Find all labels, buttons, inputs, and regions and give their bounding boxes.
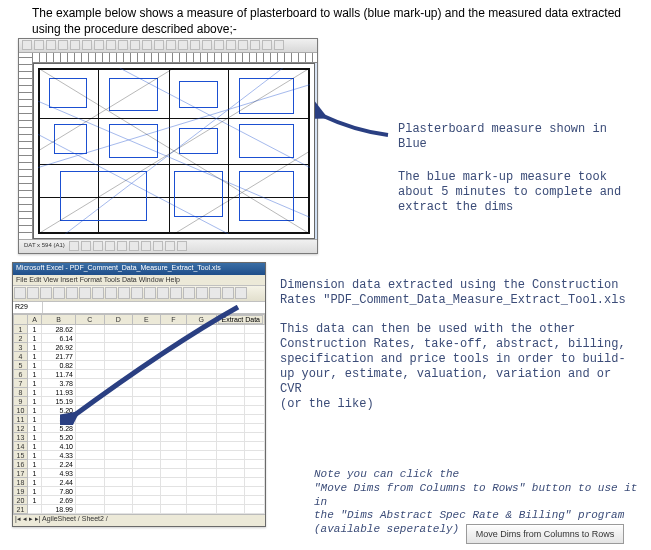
cell[interactable] — [104, 505, 133, 514]
cell[interactable] — [216, 460, 245, 469]
cell[interactable] — [160, 469, 186, 478]
row-header[interactable]: 12 — [14, 424, 28, 433]
cell[interactable] — [104, 442, 133, 451]
cad-tool-button[interactable] — [190, 40, 200, 50]
cell[interactable]: 1 — [28, 496, 42, 505]
cell[interactable]: 1 — [28, 325, 42, 334]
row-header[interactable]: 6 — [14, 370, 28, 379]
cell[interactable]: 5.20 — [42, 433, 76, 442]
cell[interactable]: 1 — [28, 361, 42, 370]
cell[interactable]: 1 — [28, 424, 42, 433]
excel-tool-button[interactable] — [14, 287, 26, 299]
cell[interactable] — [104, 433, 133, 442]
cell[interactable]: 1 — [28, 478, 42, 487]
excel-tool-button[interactable] — [170, 287, 182, 299]
cell[interactable] — [160, 478, 186, 487]
excel-tool-button[interactable] — [196, 287, 208, 299]
cad-tool-button[interactable] — [250, 40, 260, 50]
cell[interactable] — [160, 487, 186, 496]
excel-tool-button[interactable] — [105, 287, 117, 299]
cell[interactable] — [133, 469, 160, 478]
cell[interactable] — [186, 487, 216, 496]
cell[interactable] — [104, 469, 133, 478]
cell[interactable] — [245, 442, 265, 451]
column-header[interactable]: A — [28, 315, 42, 325]
table-row[interactable]: 1315.20 — [14, 433, 265, 442]
cell[interactable]: 18.99 — [42, 505, 76, 514]
cell[interactable] — [245, 487, 265, 496]
cell[interactable]: 1 — [28, 460, 42, 469]
cell[interactable] — [186, 442, 216, 451]
cell[interactable] — [133, 433, 160, 442]
excel-tool-button[interactable] — [131, 287, 143, 299]
cad-tool-button[interactable] — [46, 40, 56, 50]
cell[interactable] — [186, 433, 216, 442]
row-header[interactable]: 17 — [14, 469, 28, 478]
cad-tool-button[interactable] — [142, 40, 152, 50]
cell[interactable] — [76, 442, 105, 451]
cell[interactable] — [104, 478, 133, 487]
cad-tool-button[interactable] — [94, 40, 104, 50]
excel-tool-button[interactable] — [222, 287, 234, 299]
excel-tool-button[interactable] — [183, 287, 195, 299]
cell[interactable] — [133, 478, 160, 487]
cad-tool-button[interactable] — [214, 40, 224, 50]
row-header[interactable]: 21 — [14, 505, 28, 514]
cell[interactable]: 4.33 — [42, 451, 76, 460]
cell[interactable] — [160, 496, 186, 505]
cell[interactable]: 1 — [28, 442, 42, 451]
cell[interactable]: 1 — [28, 406, 42, 415]
cell[interactable] — [133, 505, 160, 514]
cell[interactable] — [104, 451, 133, 460]
cell[interactable] — [76, 460, 105, 469]
table-row[interactable]: 1612.24 — [14, 460, 265, 469]
table-row[interactable]: 1414.10 — [14, 442, 265, 451]
cell[interactable] — [245, 334, 265, 343]
cell[interactable] — [245, 325, 265, 334]
row-header[interactable]: 20 — [14, 496, 28, 505]
cell[interactable] — [245, 406, 265, 415]
cell[interactable] — [133, 460, 160, 469]
cell[interactable] — [76, 478, 105, 487]
cad-tool-button[interactable] — [262, 40, 272, 50]
row-header[interactable]: 13 — [14, 433, 28, 442]
table-row[interactable]: 1714.93 — [14, 469, 265, 478]
cell[interactable] — [160, 451, 186, 460]
cell[interactable]: 1 — [28, 397, 42, 406]
cell[interactable] — [245, 505, 265, 514]
cad-tool-button[interactable] — [22, 40, 32, 50]
cad-tool-button[interactable] — [178, 40, 188, 50]
cell[interactable] — [186, 478, 216, 487]
table-row[interactable]: 2118.99 — [14, 505, 265, 514]
cell[interactable]: 1 — [28, 379, 42, 388]
column-header[interactable] — [14, 315, 28, 325]
cell[interactable] — [245, 469, 265, 478]
cell[interactable]: 7.80 — [42, 487, 76, 496]
table-row[interactable]: 1917.80 — [14, 487, 265, 496]
cell[interactable]: 1 — [28, 487, 42, 496]
table-row[interactable]: 2012.69 — [14, 496, 265, 505]
cell[interactable] — [76, 505, 105, 514]
cell[interactable] — [216, 478, 245, 487]
cad-tool-button[interactable] — [70, 40, 80, 50]
excel-toolbar[interactable] — [13, 286, 265, 302]
cell[interactable] — [245, 388, 265, 397]
cell[interactable] — [245, 361, 265, 370]
row-header[interactable]: 16 — [14, 460, 28, 469]
excel-tool-button[interactable] — [40, 287, 52, 299]
cell[interactable] — [160, 433, 186, 442]
cell[interactable]: 1 — [28, 352, 42, 361]
cell[interactable]: 4.10 — [42, 442, 76, 451]
cad-status-button[interactable] — [153, 241, 163, 251]
cad-tool-button[interactable] — [166, 40, 176, 50]
cell[interactable]: 1 — [28, 334, 42, 343]
excel-tool-button[interactable] — [144, 287, 156, 299]
cad-tool-button[interactable] — [34, 40, 44, 50]
row-header[interactable]: 5 — [14, 361, 28, 370]
cad-canvas[interactable] — [33, 63, 315, 239]
cad-tool-button[interactable] — [82, 40, 92, 50]
excel-tool-button[interactable] — [235, 287, 247, 299]
cell[interactable] — [160, 460, 186, 469]
cell[interactable] — [76, 451, 105, 460]
cell[interactable] — [76, 487, 105, 496]
